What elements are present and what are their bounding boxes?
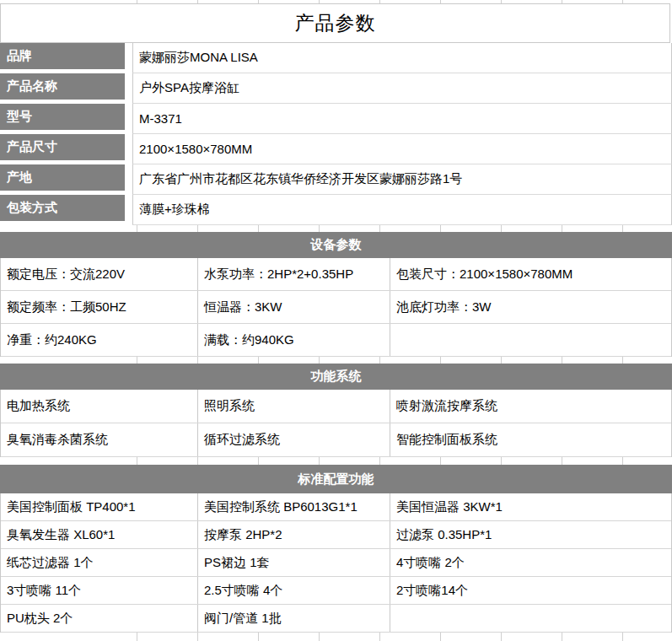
- table-row: 美国控制面板 TP400*1 美国控制系统 BP6013G1*1 美国恒温器 3…: [1, 493, 671, 521]
- spreadsheet-grid-strip: [0, 457, 672, 465]
- spec-cell: 循环过滤系统: [198, 423, 390, 456]
- spreadsheet-grid-strip: [0, 225, 672, 232]
- table-row: 包装方式 薄膜+珍珠棉: [0, 195, 672, 225]
- grid-tick-marks: [137, 457, 137, 465]
- row-value: 蒙娜丽莎MONA LISA: [132, 43, 672, 73]
- spec-cell: 照明系统: [198, 390, 390, 423]
- spec-cell: PU枕头 2个: [1, 605, 198, 632]
- spec-cell: 臭氧消毒杀菌系统: [1, 423, 198, 456]
- row-value: M-3371: [132, 104, 672, 134]
- spec-cell: 池底灯功率：3W: [390, 291, 671, 323]
- grid-tick-marks: [137, 357, 137, 364]
- table-row: 纸芯过滤器 1个 PS裙边 1套 4寸喷嘴 2个: [1, 549, 671, 577]
- row-label: 产地: [0, 164, 125, 191]
- row-value: 户外SPA按摩浴缸: [132, 73, 672, 104]
- table-row: 产品尺寸 2100×1580×780MM: [0, 134, 672, 164]
- row-value: 广东省广州市花都区花东镇华侨经济开发区蒙娜丽莎路1号: [132, 164, 672, 195]
- spec-cell: 电加热系统: [1, 390, 198, 423]
- spec-cell: 包装尺寸：2100×1580×780MM: [390, 258, 671, 290]
- spec-cell: 纸芯过滤器 1个: [1, 549, 198, 576]
- product-parameters-page: 产品参数 品牌 蒙娜丽莎MONA LISA 产品名称 户外SPA按摩浴缸 型号 …: [0, 0, 672, 641]
- row-label: 产品尺寸: [0, 134, 125, 160]
- grid-tick-marks: [137, 225, 137, 232]
- spec-cell: PS裙边 1套: [198, 549, 390, 576]
- label-gap: [125, 43, 132, 73]
- spec-cell: 额定频率：工频50HZ: [1, 291, 198, 323]
- equipment-params-table: 额定电压：交流220V 水泵功率：2HP*2+0.35HP 包装尺寸：2100×…: [0, 258, 672, 357]
- spec-cell: 阀门/管道 1批: [198, 605, 390, 632]
- row-value: 2100×1580×780MM: [132, 134, 672, 164]
- spec-cell: 4寸喷嘴 2个: [390, 549, 671, 576]
- label-gap: [125, 195, 132, 225]
- basic-info-table: 品牌 蒙娜丽莎MONA LISA 产品名称 户外SPA按摩浴缸 型号 M-337…: [0, 43, 672, 225]
- spec-cell: 净重：约240KG: [1, 324, 198, 356]
- spec-cell: 喷射激流按摩系统: [390, 390, 671, 423]
- spec-cell: 2寸喷嘴14个: [390, 577, 671, 604]
- row-label: 包装方式: [0, 195, 125, 221]
- table-row: 臭氧消毒杀菌系统 循环过滤系统 智能控制面板系统: [1, 423, 671, 457]
- spec-cell: 按摩泵 2HP*2: [198, 521, 390, 548]
- section-header-function-systems: 功能系统: [0, 364, 672, 390]
- spec-cell: [390, 605, 671, 632]
- section-header-equipment: 设备参数: [0, 232, 672, 258]
- row-label: 型号: [0, 104, 125, 130]
- label-gap: [125, 73, 132, 104]
- table-row: 产地 广东省广州市花都区花东镇华侨经济开发区蒙娜丽莎路1号: [0, 164, 672, 195]
- table-row: 产品名称 户外SPA按摩浴缸: [0, 73, 672, 104]
- spec-cell: 智能控制面板系统: [390, 423, 671, 456]
- spec-cell: 过滤泵 0.35HP*1: [390, 521, 671, 548]
- grid-tick-marks: [137, 0, 137, 3]
- spec-cell: 满载：约940KG: [198, 324, 390, 356]
- spec-cell: 恒温器：3KW: [198, 291, 390, 323]
- standard-config-table: 美国控制面板 TP400*1 美国控制系统 BP6013G1*1 美国恒温器 3…: [0, 493, 672, 633]
- label-gap: [125, 134, 132, 164]
- table-row: 臭氧发生器 XL60*1 按摩泵 2HP*2 过滤泵 0.35HP*1: [1, 521, 671, 549]
- table-row: 净重：约240KG 满载：约940KG: [1, 324, 671, 357]
- label-gap: [125, 164, 132, 195]
- spec-cell: 额定电压：交流220V: [1, 258, 198, 290]
- table-row: 3寸喷嘴 11个 2.5寸喷嘴 4个 2寸喷嘴14个: [1, 577, 671, 605]
- spreadsheet-grid-strip: [0, 357, 672, 364]
- row-label: 产品名称: [0, 73, 125, 100]
- function-systems-table: 电加热系统 照明系统 喷射激流按摩系统 臭氧消毒杀菌系统 循环过滤系统 智能控制…: [0, 390, 672, 457]
- table-row: 电加热系统 照明系统 喷射激流按摩系统: [1, 390, 671, 423]
- table-row: 品牌 蒙娜丽莎MONA LISA: [0, 43, 672, 73]
- section-header-standard-config: 标准配置功能: [0, 465, 672, 493]
- table-row: 额定电压：交流220V 水泵功率：2HP*2+0.35HP 包装尺寸：2100×…: [1, 258, 671, 291]
- label-gap: [125, 104, 132, 134]
- spec-cell: 水泵功率：2HP*2+0.35HP: [198, 258, 390, 290]
- spec-cell: 2.5寸喷嘴 4个: [198, 577, 390, 604]
- table-row: 型号 M-3371: [0, 104, 672, 134]
- spec-cell: 美国控制面板 TP400*1: [1, 493, 198, 520]
- row-label: 品牌: [0, 43, 125, 69]
- spec-cell: 美国控制系统 BP6013G1*1: [198, 493, 390, 520]
- spreadsheet-grid-strip: [0, 633, 672, 641]
- spec-cell: 臭氧发生器 XL60*1: [1, 521, 198, 548]
- spec-cell: [390, 324, 671, 356]
- table-row: PU枕头 2个 阀门/管道 1批: [1, 605, 671, 633]
- row-value: 薄膜+珍珠棉: [132, 195, 672, 225]
- spec-cell: 3寸喷嘴 11个: [1, 577, 198, 604]
- spec-cell: 美国恒温器 3KW*1: [390, 493, 671, 520]
- grid-tick-marks: [137, 633, 137, 641]
- spreadsheet-grid-strip: [0, 0, 672, 3]
- table-row: 额定频率：工频50HZ 恒温器：3KW 池底灯功率：3W: [1, 291, 671, 324]
- page-title: 产品参数: [0, 3, 670, 43]
